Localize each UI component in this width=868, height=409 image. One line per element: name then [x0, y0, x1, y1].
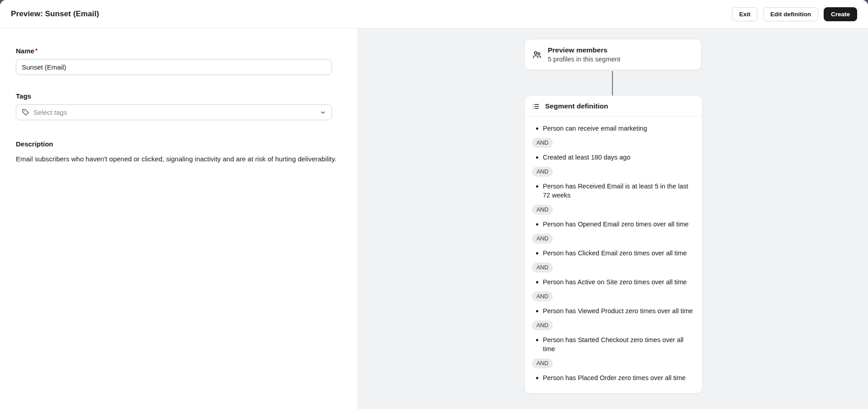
name-input[interactable]: [16, 59, 332, 75]
condition-text: Person has Received Email is at least 5 …: [543, 182, 695, 200]
tags-placeholder: Select tags: [33, 108, 320, 116]
segment-condition: Created at least 180 days ago: [532, 153, 695, 162]
segment-condition: Person has Viewed Product zero times ove…: [532, 306, 695, 315]
segment-condition: Person has Started Checkout zero times o…: [532, 335, 695, 353]
and-operator-badge: AND: [532, 167, 553, 177]
bullet-icon: [536, 127, 538, 130]
condition-text: Created at least 180 days ago: [543, 153, 630, 162]
condition-text: Person has Opened Email zero times over …: [543, 220, 688, 229]
bullet-icon: [536, 223, 538, 226]
segment-definition-title: Segment definition: [545, 102, 608, 110]
page-title: Preview: Sunset (Email): [11, 9, 99, 19]
preview-canvas: Preview members 5 profiles in this segme…: [357, 28, 868, 409]
and-operator-badge: AND: [532, 263, 553, 273]
and-operator-badge: AND: [532, 358, 553, 368]
segment-condition: Person can receive email marketing: [532, 124, 695, 133]
and-operator-badge: AND: [532, 320, 553, 330]
create-button[interactable]: Create: [824, 7, 857, 21]
bullet-icon: [536, 339, 538, 341]
bullet-icon: [536, 156, 538, 159]
and-operator-badge: AND: [532, 138, 553, 148]
bullet-icon: [536, 252, 538, 254]
condition-list: Person can receive email marketingANDCre…: [525, 117, 702, 393]
condition-text: Person has Viewed Product zero times ove…: [543, 306, 693, 315]
segment-condition: Person has Clicked Email zero times over…: [532, 249, 695, 258]
users-icon: [532, 50, 542, 60]
and-operator-badge: AND: [532, 234, 553, 244]
segment-condition: Person has Received Email is at least 5 …: [532, 182, 695, 200]
condition-text: Person has Clicked Email zero times over…: [543, 249, 687, 258]
list-icon: [532, 103, 540, 110]
segment-condition: Person has Active on Site zero times ove…: [532, 277, 695, 287]
tags-select[interactable]: Select tags: [16, 104, 332, 120]
main-content: Name* Tags Select tags: [0, 28, 868, 409]
top-bar: Preview: Sunset (Email) Exit Edit defini…: [0, 0, 868, 28]
preview-members-card[interactable]: Preview members 5 profiles in this segme…: [524, 39, 702, 70]
name-label: Name: [16, 47, 34, 55]
chevron-down-icon: [320, 109, 326, 116]
segment-condition: Person has Placed Order zero times over …: [532, 373, 695, 382]
preview-members-texts: Preview members 5 profiles in this segme…: [548, 46, 620, 63]
connector-line: [612, 71, 613, 96]
and-operator-badge: AND: [532, 205, 553, 215]
bullet-icon: [536, 377, 538, 379]
exit-button[interactable]: Exit: [732, 7, 758, 21]
bullet-icon: [536, 185, 538, 188]
tags-label: Tags: [16, 92, 31, 100]
edit-definition-button[interactable]: Edit definition: [763, 7, 818, 21]
bullet-icon: [536, 281, 538, 283]
description-label: Description: [16, 140, 357, 148]
and-operator-badge: AND: [532, 291, 553, 301]
segment-condition: Person has Opened Email zero times over …: [532, 220, 695, 229]
condition-text: Person can receive email marketing: [543, 124, 647, 133]
tags-field-group: Tags Select tags: [16, 92, 357, 120]
preview-members-count: 5 profiles in this segment: [548, 56, 620, 63]
segment-definition-header: Segment definition: [525, 96, 702, 117]
tag-icon: [22, 108, 29, 116]
condition-text: Person has Started Checkout zero times o…: [543, 335, 695, 353]
description-text: Email subscribers who haven't opened or …: [16, 155, 342, 164]
condition-text: Person has Placed Order zero times over …: [543, 373, 686, 382]
segment-definition-card: Segment definition Person can receive em…: [524, 95, 702, 394]
required-asterisk: *: [35, 47, 38, 54]
details-form-panel: Name* Tags Select tags: [0, 28, 357, 409]
page-sheet: Preview: Sunset (Email) Exit Edit defini…: [0, 0, 868, 409]
bullet-icon: [536, 310, 538, 312]
name-field-group: Name*: [16, 47, 357, 75]
preview-members-title: Preview members: [548, 46, 620, 54]
condition-text: Person has Active on Site zero times ove…: [543, 277, 687, 287]
